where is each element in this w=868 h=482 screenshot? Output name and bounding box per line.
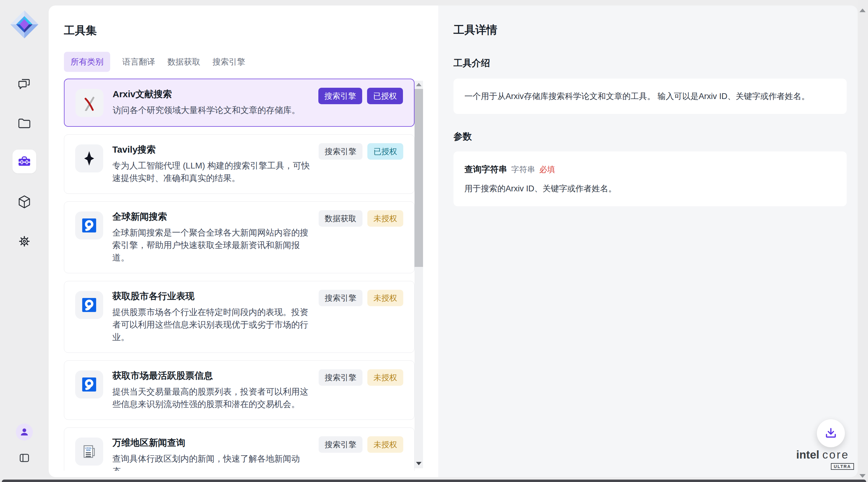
tool-icon-container: LOCAL NEW [75, 144, 103, 172]
svg-text:LOCAL: LOCAL [85, 447, 92, 449]
tool-name: Tavily搜索 [112, 144, 312, 155]
category-badge: 搜索引擎 [319, 436, 363, 453]
arxiv-logo-icon [82, 95, 97, 111]
app-logo-gem-icon [10, 10, 39, 39]
cube-icon [17, 195, 32, 209]
param-header: 查询字符串 字符串 必填 [464, 164, 836, 175]
app-window: 工具集 所有类别 语言翻译 数据获取 搜索引擎 [0, 0, 868, 482]
param-required-label: 必填 [539, 164, 555, 175]
details-title: 工具详情 [454, 23, 847, 37]
tool-description: 提供当天交易量最高的股票列表，投资者可以利用这些信息来识别流动性强的股票和潜在的… [112, 386, 312, 410]
person-icon [19, 427, 30, 437]
category-badge: 数据获取 [319, 210, 363, 227]
tool-name: 获取市场最活跃股票信息 [112, 370, 312, 381]
window-bottom-edge [2, 480, 866, 482]
window-scroll-up-icon[interactable] [860, 8, 866, 12]
sidebar-item-tools[interactable] [12, 150, 36, 173]
tool-card[interactable]: LOCAL NEW Tavily搜索 专为人工智能代理 (LLM) 构建的搜索引… [64, 134, 414, 194]
category-tab[interactable]: 数据获取 [167, 52, 200, 72]
status-badge: 未授权 [367, 210, 403, 227]
sidebar-item-files[interactable] [16, 115, 33, 132]
scroll-up-arrow-icon[interactable] [416, 83, 422, 86]
tool-list-scrollbar[interactable] [414, 81, 423, 468]
tool-description: 访问各个研究领域大量科学论文和文章的存储库。 [113, 104, 312, 116]
status-badge: 已授权 [367, 88, 403, 104]
status-badge: 未授权 [367, 369, 403, 386]
window-scrollbar[interactable] [858, 0, 868, 482]
tool-badges: 搜索引擎 未授权 [319, 436, 403, 453]
status-badge: 未授权 [367, 436, 403, 453]
tool-name: 万维地区新闻查询 [112, 437, 312, 449]
param-name: 查询字符串 [464, 164, 507, 175]
download-icon [824, 426, 838, 440]
toolset-panel: 工具集 所有类别 语言翻译 数据获取 搜索引擎 [49, 5, 438, 477]
tool-list: LOCAL NEW Arxiv文献搜索 访问各个研究领域大量科学论文和文章的存储… [64, 79, 414, 471]
tool-details-panel: 工具详情 工具介绍 一个用于从Arxiv存储库搜索科学论文和文章的工具。 输入可… [438, 5, 858, 477]
scroll-down-arrow-icon[interactable] [416, 462, 422, 465]
tool-description: 查询具体行政区划内的新闻，快速了解各地新闻动态。 [112, 452, 312, 471]
param-description: 用于搜索的Arxiv ID、关键字或作者姓名。 [464, 183, 836, 194]
tool-icon-container: LOCAL NEW [75, 437, 103, 465]
tool-icon-container: LOCAL NEW [75, 370, 103, 398]
params-heading: 参数 [454, 131, 847, 143]
download-button[interactable] [817, 419, 845, 447]
intel-logo-text: intel [796, 449, 819, 461]
category-tab[interactable]: 搜索引擎 [212, 52, 245, 72]
chat-icon [17, 77, 32, 91]
folder-icon [17, 116, 32, 131]
toolbox-icon [17, 154, 32, 169]
category-badge: 搜索引擎 [319, 290, 363, 306]
intel-core-ultra-logo: intel core ULTRA [788, 449, 858, 470]
core-logo-text: core [823, 449, 849, 461]
tool-card[interactable]: LOCAL NEW 获取市场最活跃股票信息 提供当天交易量最高的股票列表，投资者… [64, 361, 414, 420]
category-badge: 搜索引擎 [319, 143, 363, 160]
tool-card[interactable]: LOCAL NEW Arxiv文献搜索 访问各个研究领域大量科学论文和文章的存储… [64, 79, 414, 127]
status-badge: 未授权 [367, 290, 403, 306]
tool-badges: 搜索引擎 未授权 [319, 290, 403, 306]
window-scroll-down-icon[interactable] [860, 474, 866, 478]
status-badge: 已授权 [367, 143, 403, 160]
tool-icon-container: LOCAL NEW [75, 211, 103, 239]
sidebar-collapse-button[interactable] [16, 449, 33, 467]
category-tabs: 所有类别 语言翻译 数据获取 搜索引擎 [64, 52, 245, 72]
tool-badges: 搜索引擎 已授权 [319, 143, 403, 160]
tool-icon-container: LOCAL NEW [75, 291, 103, 319]
tool-name: 全球新闻搜索 [112, 211, 312, 222]
sidebar-item-settings[interactable] [16, 232, 33, 250]
tool-badges: 数据获取 未授权 [319, 210, 403, 227]
category-badge: 搜索引擎 [318, 88, 362, 104]
panel-toggle-icon [18, 451, 31, 465]
category-badge: 搜索引擎 [319, 369, 363, 386]
category-tab[interactable]: 所有类别 [64, 52, 110, 72]
tool-badges: 搜索引擎 已授权 [318, 88, 403, 104]
svg-text:NEW: NEW [86, 449, 91, 451]
ultra-badge: ULTRA [831, 463, 854, 470]
sidebar [0, 0, 49, 482]
news-search-q-icon [82, 377, 97, 392]
user-avatar[interactable] [16, 424, 33, 441]
settings-gear-icon [17, 234, 32, 249]
tool-card[interactable]: LOCAL NEW 万维地区新闻查询 查询具体行政区划内的新闻，快速了解各地新闻… [64, 427, 414, 471]
param-type: 字符串 [511, 164, 535, 175]
tool-card[interactable]: LOCAL NEW 全球新闻搜索 全球新闻搜索是一个聚合全球各大新闻网站内容的搜… [64, 201, 414, 273]
category-tab[interactable]: 语言翻译 [122, 52, 155, 72]
intro-heading: 工具介绍 [454, 57, 847, 69]
tool-badges: 搜索引擎 未授权 [319, 369, 403, 386]
tool-description: 专为人工智能代理 (LLM) 构建的搜索引擎工具，可快速提供实时、准确和真实的结… [112, 159, 312, 184]
tool-name: 获取股市各行业表现 [112, 290, 312, 302]
intro-card: 一个用于从Arxiv存储库搜索科学论文和文章的工具。 输入可以是Arxiv ID… [454, 79, 847, 114]
local-news-icon: LOCAL NEW [81, 443, 97, 460]
tool-name: Arxiv文献搜索 [113, 88, 312, 100]
param-card: 查询字符串 字符串 必填 用于搜索的Arxiv ID、关键字或作者姓名。 [454, 151, 847, 206]
main-area: 工具集 所有类别 语言翻译 数据获取 搜索引擎 [49, 5, 858, 477]
sidebar-item-chat[interactable] [16, 75, 33, 93]
news-search-q-icon [82, 218, 97, 233]
tool-description: 提供股票市场各个行业在特定时间段内的表现。投资者可以利用这些信息来识别表现优于或… [112, 306, 312, 343]
tool-description: 全球新闻搜索是一个聚合全球各大新闻网站内容的搜索引擎，帮助用户快速获取全球最新资… [112, 226, 312, 264]
tool-card[interactable]: LOCAL NEW 获取股市各行业表现 提供股票市场各个行业在特定时间段内的表现… [64, 281, 414, 353]
sidebar-item-models[interactable] [16, 193, 33, 211]
intro-text: 一个用于从Arxiv存储库搜索科学论文和文章的工具。 输入可以是Arxiv ID… [464, 91, 836, 102]
news-search-q-icon [82, 297, 97, 313]
app-logo [0, 10, 49, 39]
tool-list-scrollbar-thumb[interactable] [414, 89, 423, 267]
